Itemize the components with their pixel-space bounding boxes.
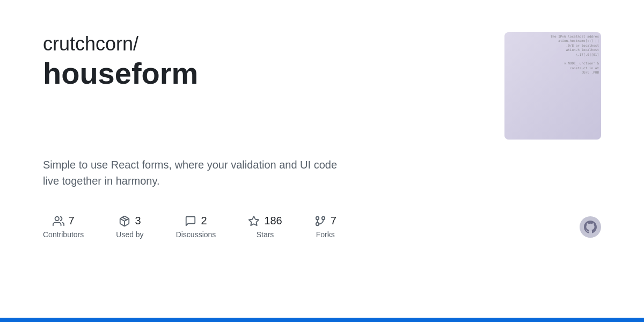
- contributors-icon: [53, 215, 64, 227]
- bottom-accent-bar: [0, 318, 644, 322]
- github-icon-container: [580, 216, 601, 238]
- stat-used-by-top: 3: [119, 215, 141, 227]
- discussions-label: Discussions: [176, 230, 216, 239]
- stat-discussions[interactable]: 2 Discussions: [176, 215, 216, 239]
- contributors-count: 7: [69, 215, 75, 227]
- discussions-icon: [185, 215, 196, 227]
- package-icon: [119, 215, 130, 227]
- forks-label: Forks: [316, 230, 335, 239]
- discussions-count: 2: [201, 215, 207, 227]
- repo-title: crutchcorn/ houseform: [43, 32, 198, 91]
- used-by-count: 3: [135, 215, 141, 227]
- stat-discussions-top: 2: [185, 215, 207, 227]
- stats-row: 7 Contributors 3 Used by: [43, 215, 601, 239]
- star-icon: [248, 215, 260, 227]
- stat-forks-top: 7: [314, 215, 336, 227]
- svg-marker-19: [249, 216, 259, 225]
- stat-used-by[interactable]: 3 Used by: [116, 215, 143, 239]
- stars-count: 186: [264, 215, 282, 227]
- used-by-label: Used by: [116, 230, 143, 239]
- svg-point-16: [55, 216, 58, 220]
- stat-contributors[interactable]: 7 Contributors: [43, 215, 84, 239]
- repo-owner: crutchcorn/: [43, 32, 198, 55]
- forks-count: 7: [331, 215, 336, 227]
- repo-name: houseform: [43, 55, 198, 91]
- svg-line-17: [122, 217, 127, 219]
- avatar: the IPv6 localhost addres ation.hostname…: [504, 32, 601, 140]
- header-area: crutchcorn/ houseform the IPv6 localhost…: [43, 32, 601, 140]
- main-content: crutchcorn/ houseform the IPv6 localhost…: [0, 0, 644, 318]
- avatar-code-overlay: the IPv6 localhost addres ation.hostname…: [551, 34, 599, 75]
- stat-stars-top: 186: [248, 215, 282, 227]
- contributors-label: Contributors: [43, 230, 84, 239]
- github-icon[interactable]: [580, 216, 601, 238]
- fork-icon: [314, 215, 326, 227]
- stars-label: Stars: [257, 230, 274, 239]
- stat-forks[interactable]: 7 Forks: [314, 215, 336, 239]
- repo-description: Simple to use React forms, where your va…: [43, 157, 354, 189]
- stat-stars[interactable]: 186 Stars: [248, 215, 282, 239]
- stat-contributors-top: 7: [53, 215, 75, 227]
